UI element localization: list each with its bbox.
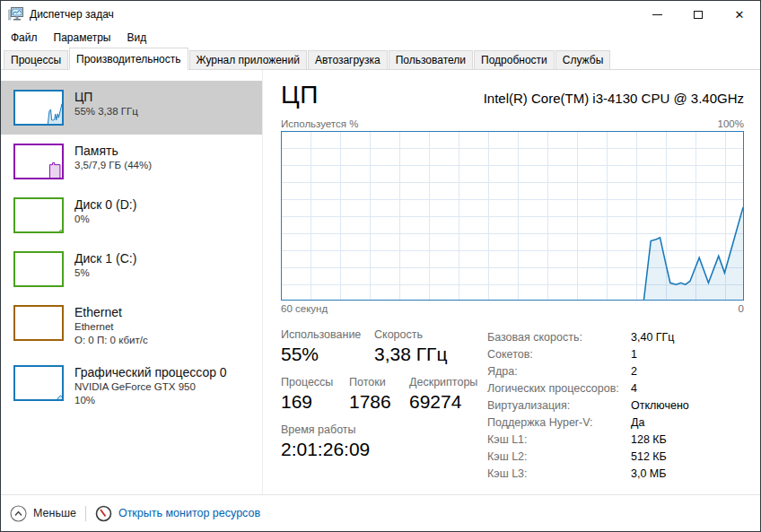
stat-secondary-2: Дескрипторы69274: [409, 376, 477, 413]
maximize-icon[interactable]: [678, 1, 719, 28]
sidebar-item-disk1[interactable]: Диск 1 (C:)5%: [1, 242, 262, 296]
resource-monitor-gauge-icon: [95, 505, 112, 522]
detail-label: Кэш L2:: [487, 449, 631, 466]
sidebar-item-text: Графический процессор 0NVIDIA GeForce GT…: [74, 365, 227, 407]
chart-y-axis-label: Используется %: [281, 118, 358, 129]
memory-mini-chart: [13, 144, 64, 179]
detail-value: 4: [631, 380, 637, 397]
open-resource-monitor-link[interactable]: Открыть монитор ресурсов: [95, 505, 260, 522]
tab-1[interactable]: Производительность: [69, 48, 188, 70]
tab-2[interactable]: Журнал приложений: [189, 50, 307, 70]
detail-value: 3,40 ГГц: [631, 329, 675, 346]
sidebar-item-subline: 10%: [74, 394, 227, 407]
stat-value: 55%: [281, 344, 374, 365]
sidebar-item-title: Диск 0 (D:): [74, 197, 136, 213]
fewer-details-button[interactable]: Меньше: [10, 505, 76, 522]
page-title: ЦП: [281, 81, 319, 109]
sidebar-item-title: Диск 1 (C:): [74, 251, 136, 266]
tab-strip: ПроцессыПроизводительностьЖурнал приложе…: [1, 48, 760, 70]
tab-0[interactable]: Процессы: [4, 50, 68, 70]
stat-label: Использование: [281, 328, 374, 341]
stat-label: Потоки: [349, 376, 409, 388]
detail-value: 512 КБ: [631, 449, 667, 466]
stat-secondary-1: Потоки1786: [349, 376, 409, 413]
detail-label: Кэш L3:: [487, 466, 631, 483]
sidebar-item-text: EthernetEthernetО: 0 П: 0 кбит/с: [74, 305, 148, 347]
title-bar: Диспетчер задач ✕: [1, 1, 760, 28]
menu-item-1[interactable]: Параметры: [46, 29, 119, 47]
sidebar-item-subline: 0%: [74, 213, 136, 226]
sidebar-item-text: Диск 0 (D:)0%: [74, 197, 136, 226]
detail-row-1: Сокетов:1: [487, 346, 744, 363]
sidebar-item-title: ЦП: [74, 90, 138, 105]
detail-row-2: Ядра:2: [487, 363, 744, 380]
sidebar-item-subline: Ethernet: [74, 320, 148, 334]
cpu-stats-left: Использование55%Скорость3,38 ГГц Процесс…: [281, 328, 487, 483]
ethernet-mini-chart: [13, 305, 64, 341]
sidebar-item-memory[interactable]: Память3,5/7,9 ГБ (44%): [1, 135, 262, 188]
sidebar-item-text: Память3,5/7,9 ГБ (44%): [74, 144, 152, 172]
cpu-model-label: Intel(R) Core(TM) i3-4130 CPU @ 3.40GHz: [484, 91, 744, 106]
footer-separator: [85, 506, 86, 521]
detail-label: Кэш L1:: [487, 432, 631, 449]
sidebar-item-subline: NVIDIA GeForce GTX 950: [74, 380, 227, 394]
chart-x-right-label: 0: [739, 303, 744, 314]
stat-value: 3,38 ГГц: [374, 344, 447, 365]
sidebar-item-text: ЦП55% 3,38 ГГц: [74, 90, 138, 118]
tab-3[interactable]: Автозагрузка: [308, 50, 388, 70]
sidebar-item-subline: 55% 3,38 ГГц: [74, 105, 138, 118]
sidebar-item-cpu[interactable]: ЦП55% 3,38 ГГц: [1, 81, 262, 135]
sidebar-item-subline: 5%: [74, 266, 136, 280]
detail-value: 2: [631, 363, 637, 380]
stat-label: Дескрипторы: [409, 376, 477, 388]
detail-label: Ядра:: [487, 363, 631, 380]
menu-item-0[interactable]: Файл: [3, 29, 46, 47]
detail-row-5: Поддержка Hyper-V:Да: [487, 414, 744, 432]
sidebar-item-disk0[interactable]: Диск 0 (D:)0%: [1, 188, 262, 242]
cpu-stats-details: Базовая скорость:3,40 ГГцСокетов:1Ядра:2…: [487, 328, 744, 483]
close-icon[interactable]: ✕: [719, 1, 760, 28]
detail-value: Отключено: [631, 397, 689, 414]
chart-x-left-label: 60 секунд: [281, 303, 328, 314]
sidebar-item-title: Ethernet: [74, 305, 148, 320]
stat-value: 69274: [409, 391, 477, 413]
detail-value: 1: [631, 346, 637, 363]
detail-label: Логических процессоров:: [487, 380, 631, 397]
window-title: Диспетчер задач: [30, 8, 114, 21]
gpu-mini-chart: [13, 365, 64, 401]
detail-value: 3,0 МБ: [631, 466, 666, 483]
stat-label: Скорость: [374, 328, 447, 341]
chevron-up-circle-icon: [10, 505, 27, 522]
detail-label: Виртуализация:: [487, 397, 631, 414]
stat-primary-1: Скорость3,38 ГГц: [374, 328, 447, 365]
sidebar-item-gpu[interactable]: Графический процессор 0NVIDIA GeForce GT…: [1, 356, 262, 416]
cpu-usage-chart[interactable]: [281, 131, 744, 301]
task-manager-window: Диспетчер задач ✕ ФайлПараметрыВид Проце…: [0, 0, 761, 532]
detail-row-4: Виртуализация:Отключено: [487, 397, 744, 414]
stat-uptime: Время работы 2:01:26:09: [281, 423, 370, 460]
stat-secondary-0: Процессы169: [281, 376, 349, 413]
menu-item-2[interactable]: Вид: [118, 29, 154, 47]
disk0-mini-chart: [13, 197, 64, 233]
detail-label: Поддержка Hyper-V:: [487, 414, 631, 432]
detail-row-7: Кэш L2:512 КБ: [487, 449, 744, 466]
stat-value: 1786: [349, 391, 409, 413]
sidebar-item-subline: 3,5/7,9 ГБ (44%): [74, 159, 152, 172]
performance-sidebar: ЦП55% 3,38 ГГцПамять3,5/7,9 ГБ (44%)Диск…: [1, 70, 263, 494]
menu-bar: ФайлПараметрыВид: [1, 28, 760, 48]
detail-label: Сокетов:: [487, 346, 631, 363]
tab-6[interactable]: Службы: [555, 50, 610, 70]
tab-5[interactable]: Подробности: [474, 50, 555, 70]
cpu-detail-pane: ЦП Intel(R) Core(TM) i3-4130 CPU @ 3.40G…: [263, 70, 760, 494]
sidebar-item-ethernet[interactable]: EthernetEthernetО: 0 П: 0 кбит/с: [1, 296, 262, 356]
detail-row-3: Логических процессоров:4: [487, 380, 744, 397]
sidebar-item-text: Диск 1 (C:)5%: [74, 251, 136, 280]
cpu-mini-chart: [13, 90, 64, 126]
detail-value: 128 КБ: [631, 432, 667, 449]
task-manager-icon: [8, 6, 24, 22]
detail-row-6: Кэш L1:128 КБ: [487, 432, 744, 449]
sidebar-item-subline: О: 0 П: 0 кбит/с: [74, 334, 148, 347]
tab-4[interactable]: Пользователи: [389, 50, 473, 70]
minimize-icon[interactable]: [636, 1, 678, 28]
footer-bar: Меньше Открыть монитор ресурсов: [1, 494, 760, 531]
